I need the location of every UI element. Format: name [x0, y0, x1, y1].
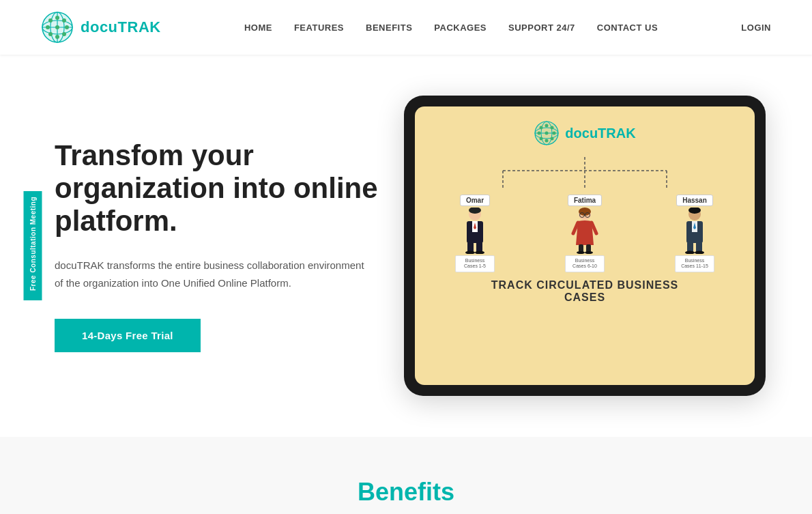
- person-omar-figure: [458, 208, 492, 254]
- logo[interactable]: docuTRAK: [41, 11, 161, 44]
- svg-point-14: [62, 32, 66, 36]
- person-omar-label: Omar: [460, 195, 490, 206]
- org-lines-svg: [448, 157, 721, 195]
- person-fatima-card: Business Cases 6-10: [565, 255, 605, 272]
- svg-point-28: [551, 137, 554, 141]
- svg-point-10: [55, 25, 59, 29]
- svg-point-21: [545, 124, 549, 128]
- tablet-logo-text: docuTRAK: [565, 126, 635, 141]
- nav-packages[interactable]: PACKAGES: [434, 23, 487, 33]
- trial-button[interactable]: 14-Days Free Trial: [55, 319, 201, 352]
- track-label: TRACK CIRCULATED BUSINESS CASES: [491, 279, 678, 304]
- logo-normal: docu: [81, 18, 118, 35]
- person-hassan-label: Hassan: [676, 195, 713, 206]
- person-fatima: Fatima: [565, 195, 605, 272]
- logo-accent: TRAK: [118, 18, 161, 35]
- org-branches: Omar: [455, 195, 714, 272]
- svg-point-11: [65, 25, 69, 29]
- person-omar-card: Business Cases 1-5: [455, 255, 495, 272]
- person-hassan: Hassan: [675, 195, 714, 272]
- svg-point-8: [62, 18, 66, 23]
- logo-icon: [41, 11, 74, 44]
- benefits-title: Benefits: [41, 478, 771, 506]
- svg-point-27: [545, 139, 549, 143]
- person-hassan-card: Business Cases 11-15: [675, 255, 714, 272]
- person-omar: Omar: [455, 195, 495, 272]
- svg-point-53: [585, 251, 593, 254]
- tablet-logo-icon: [534, 120, 560, 146]
- nav-support[interactable]: SUPPORT 24/7: [508, 23, 575, 33]
- svg-point-24: [545, 132, 549, 135]
- svg-point-22: [551, 126, 554, 130]
- tablet-frame: docuTRAK: [404, 96, 766, 396]
- svg-point-6: [48, 18, 53, 23]
- hero-visual: Watch A Demo: [398, 96, 771, 396]
- tablet-logo-accent: TRAK: [598, 126, 636, 141]
- consultation-tab[interactable]: Free Consultation Meeting: [24, 191, 42, 300]
- track-label-line1: TRACK CIRCULATED BUSINESS: [491, 279, 678, 291]
- svg-point-44: [579, 208, 591, 216]
- person-fatima-figure: [568, 208, 602, 254]
- svg-point-9: [46, 25, 50, 29]
- nav-benefits[interactable]: BENEFITS: [366, 23, 412, 33]
- main-nav: HOME FEATURES BENEFITS PACKAGES SUPPORT …: [244, 23, 658, 33]
- tablet-screen: docuTRAK: [415, 106, 755, 385]
- svg-point-26: [540, 137, 543, 141]
- person-hassan-figure: [678, 208, 712, 254]
- header: docuTRAK HOME FEATURES BENEFITS PACKAGES…: [0, 0, 812, 55]
- hero-description: docuTRAK transforms the entire business …: [55, 257, 368, 291]
- svg-point-12: [48, 32, 53, 36]
- login-button[interactable]: LOGIN: [741, 23, 771, 33]
- nav-features[interactable]: FEATURES: [294, 23, 344, 33]
- svg-point-13: [55, 35, 59, 39]
- svg-point-20: [540, 126, 543, 130]
- tablet-logo-normal: docu: [565, 126, 598, 141]
- svg-point-52: [577, 251, 585, 254]
- tablet-logo: docuTRAK: [534, 120, 635, 146]
- svg-point-23: [538, 132, 541, 135]
- person-fatima-label: Fatima: [568, 195, 602, 206]
- svg-point-25: [553, 132, 556, 135]
- track-label-line2: CASES: [564, 291, 605, 303]
- logo-text: docuTRAK: [81, 18, 161, 36]
- nav-contact[interactable]: CONTACT US: [597, 23, 658, 33]
- benefits-section: Benefits $: [0, 437, 812, 514]
- org-chart: Omar: [429, 157, 741, 378]
- nav-home[interactable]: HOME: [244, 23, 272, 33]
- hero-section: Free Consultation Meeting Transfom your …: [0, 55, 812, 437]
- hero-title: Transfom your organization into online p…: [55, 139, 398, 238]
- hero-text-area: Transfom your organization into online p…: [55, 139, 398, 353]
- svg-point-7: [55, 16, 59, 20]
